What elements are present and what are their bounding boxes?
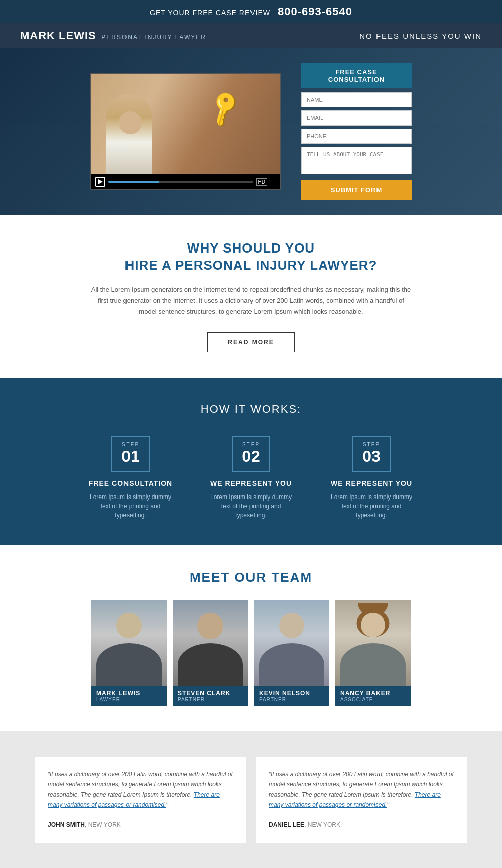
team-title: MEET OUR TEAM [30,570,472,585]
hd-badge: HD [256,178,267,186]
team-photo-4 [335,600,411,686]
team-caption-3: KEVIN NELSON PARTNER [254,686,329,706]
step-2: STEP 02 WE REPRESENT YOU Lorem Ipsum is … [206,436,296,520]
why-text: All the Lorem Ipsum generators on the In… [90,284,412,317]
team-caption-4: NANCY BAKER ASSOCIATE [335,686,411,706]
testimonial-1: “It uses a dictionary of over 200 Latin … [35,757,246,843]
top-bar-label: GET YOUR FREE CASE REVIEW [150,9,270,17]
team-photo-1 [91,600,167,686]
step-3-num: 03 [362,447,381,466]
step-1-box: STEP 01 [111,436,150,472]
step-1-label: STEP [121,442,140,447]
team-role-2: PARTNER [178,697,243,702]
team-name-2: STEVEN CLARK [178,690,243,697]
testimonial-2-text: “It uses a dictionary of over 200 Latin … [269,769,454,810]
submit-button[interactable]: SUBMIT FORM [301,180,412,200]
team-member-4: NANCY BAKER ASSOCIATE [335,600,411,706]
step-2-box: STEP 02 [232,436,270,472]
team-caption-2: STEVEN CLARK PARTNER [173,686,248,706]
fullscreen-icon[interactable]: ⛶ [270,178,276,185]
team-name-4: NANCY BAKER [340,690,406,697]
how-section: HOW IT WORKS: STEP 01 FREE CONSULTATION … [0,378,502,545]
team-row: MARK LEWIS LAWYER STEVEN CLARK PARTNER K… [30,600,472,706]
video-thumbnail: 🔑 [91,74,280,174]
team-role-3: PARTNER [259,697,324,702]
step-1-title: FREE CONSULTATION [85,479,176,487]
header-tagline: NO FEES UNLESS YOU WIN [359,32,482,40]
form-title: FREE CASE CONSULTATION [301,63,412,88]
step-3-desc: Lorem Ipsum is simply dummy text of the … [326,492,417,520]
step-1: STEP 01 FREE CONSULTATION Lorem Ipsum is… [85,436,176,520]
testimonial-1-author: JOHN SMITH, NEW YORK [48,820,233,830]
team-section: MEET OUR TEAM MARK LEWIS LAWYER STEVEN C… [0,545,502,731]
why-title: WHY SHOULD YOUHIRE A PERSONAL INJURY LAW… [40,240,462,274]
top-bar: GET YOUR FREE CASE REVIEW 800-693-6540 [0,0,502,23]
team-caption-1: MARK LEWIS LAWYER [91,686,167,706]
read-more-button[interactable]: READ MORE [207,332,294,352]
why-section: WHY SHOULD YOUHIRE A PERSONAL INJURY LAW… [0,215,502,378]
testimonial-1-text: “It uses a dictionary of over 200 Latin … [48,769,233,810]
step-1-desc: Lorem Ipsum is simply dummy text of the … [85,492,176,520]
progress-fill [108,181,159,183]
testimonial-2-author: DANIEL LEE, NEW YORK [269,820,454,830]
team-photo-2 [173,600,248,686]
name-input[interactable] [301,92,412,107]
steps-row: STEP 01 FREE CONSULTATION Lorem Ipsum is… [30,436,472,520]
email-input[interactable] [301,110,412,126]
video-player: 🔑 HD ⛶ ♥ LIKE ⏱ LATER ↗ SHARE [90,73,281,190]
team-role-4: ASSOCIATE [340,697,406,702]
step-2-num: 02 [242,447,260,466]
play-button[interactable] [95,177,105,187]
testimonial-2: “It uses a dictionary of over 200 Latin … [256,757,467,843]
header-branding: MARK LEWIS PERSONAL INJURY LAWYER [20,29,206,42]
lawyer-title: PERSONAL INJURY LAWYER [101,34,206,41]
hero-section: 🔑 HD ⛶ ♥ LIKE ⏱ LATER ↗ SHARE [0,48,502,215]
step-2-desc: Lorem Ipsum is simply dummy text of the … [206,492,296,520]
lawyer-name: MARK LEWIS [20,29,96,42]
team-name-1: MARK LEWIS [96,690,162,697]
step-3: STEP 03 WE REPRESENT YOU Lorem Ipsum is … [326,436,417,520]
case-textarea[interactable] [301,147,412,174]
team-member-3: KEVIN NELSON PARTNER [254,600,329,706]
step-3-box: STEP 03 [352,436,391,472]
phone-number[interactable]: 800-693-6540 [278,5,352,18]
step-2-label: STEP [242,442,260,447]
step-3-label: STEP [362,442,381,447]
testimonials-section: “It uses a dictionary of over 200 Latin … [0,731,502,868]
testimonials-row: “It uses a dictionary of over 200 Latin … [30,757,472,843]
team-name-3: KEVIN NELSON [259,690,324,697]
team-photo-3 [254,600,329,686]
step-2-title: WE REPRESENT YOU [206,479,296,487]
consultation-form: FREE CASE CONSULTATION SUBMIT FORM [301,63,412,200]
how-title: HOW IT WORKS: [30,403,472,416]
video-controls[interactable]: HD ⛶ [91,174,280,189]
step-1-num: 01 [121,447,140,466]
team-member-2: STEVEN CLARK PARTNER [173,600,248,706]
step-3-title: WE REPRESENT YOU [326,479,417,487]
phone-input[interactable] [301,129,412,144]
header: MARK LEWIS PERSONAL INJURY LAWYER NO FEE… [0,23,502,48]
team-role-1: LAWYER [96,697,162,702]
progress-bar[interactable] [108,181,253,183]
team-member-1: MARK LEWIS LAWYER [91,600,167,706]
